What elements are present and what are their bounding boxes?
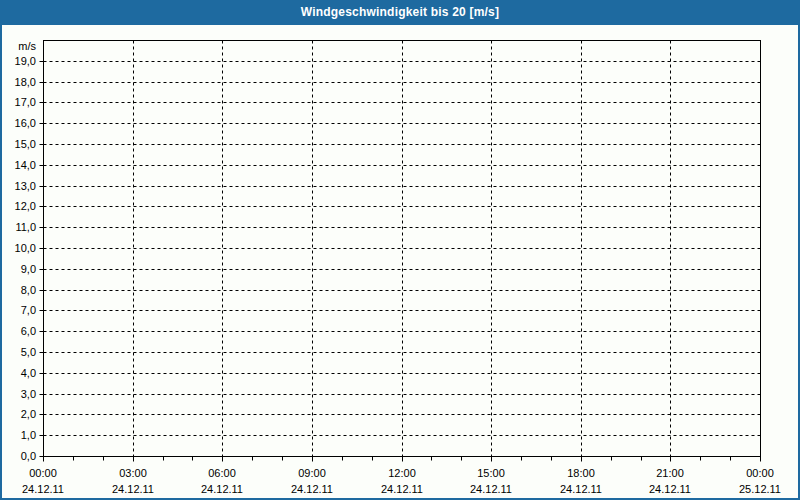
chart-area: 0,01,02,03,04,05,06,07,08,09,010,011,012…: [2, 25, 798, 498]
y-tick-label: 13,0: [15, 180, 36, 192]
x-tick-time-label: 00:00: [746, 467, 774, 479]
x-tick-date-label: 24.12.11: [381, 483, 423, 495]
y-tick-label: 11,0: [15, 221, 36, 233]
y-tick-label: 19,0: [15, 55, 36, 67]
x-tick-date-label: 24.12.11: [22, 483, 64, 495]
y-tick-label: 3,0: [21, 388, 36, 400]
x-tick-time-label: 06:00: [208, 467, 236, 479]
y-axis-unit-label: m/s: [18, 40, 36, 52]
y-tick-label: 14,0: [15, 159, 36, 171]
x-tick-date-label: 24.12.11: [201, 483, 243, 495]
y-tick-label: 6,0: [21, 325, 36, 337]
x-tick-date-label: 24.12.11: [291, 483, 333, 495]
chart-title-bar: Windgeschwindigkeit bis 20 [m/s]: [0, 0, 800, 25]
y-tick-label: 8,0: [21, 284, 36, 296]
y-tick-label: 7,0: [21, 304, 36, 316]
x-tick-date-label: 24.12.11: [560, 483, 602, 495]
x-tick-date-label: 24.12.11: [470, 483, 512, 495]
x-tick-time-label: 21:00: [656, 467, 684, 479]
x-tick-time-label: 18:00: [567, 467, 595, 479]
x-tick-time-label: 12:00: [388, 467, 416, 479]
x-tick-time-label: 00:00: [29, 467, 57, 479]
x-tick-time-label: 15:00: [477, 467, 505, 479]
y-tick-label: 5,0: [21, 346, 36, 358]
y-tick-label: 0,0: [21, 450, 36, 462]
y-tick-label: 16,0: [15, 117, 36, 129]
y-tick-label: 9,0: [21, 263, 36, 275]
x-tick-date-label: 25.12.11: [739, 483, 781, 495]
x-tick-time-label: 09:00: [298, 467, 326, 479]
chart-title: Windgeschwindigkeit bis 20 [m/s]: [301, 5, 499, 19]
y-tick-label: 2,0: [21, 408, 36, 420]
y-tick-label: 12,0: [15, 200, 36, 212]
y-tick-label: 18,0: [15, 76, 36, 88]
x-tick-time-label: 03:00: [119, 467, 147, 479]
chart-window: Windgeschwindigkeit bis 20 [m/s] 0,01,02…: [0, 0, 800, 500]
y-tick-label: 17,0: [15, 96, 36, 108]
x-tick-date-label: 24.12.11: [649, 483, 691, 495]
y-tick-label: 4,0: [21, 367, 36, 379]
x-tick-date-label: 24.12.11: [112, 483, 154, 495]
y-tick-label: 1,0: [21, 429, 36, 441]
y-tick-label: 15,0: [15, 138, 36, 150]
chart-plot: 0,01,02,03,04,05,06,07,08,09,010,011,012…: [2, 25, 798, 498]
y-tick-label: 10,0: [15, 242, 36, 254]
